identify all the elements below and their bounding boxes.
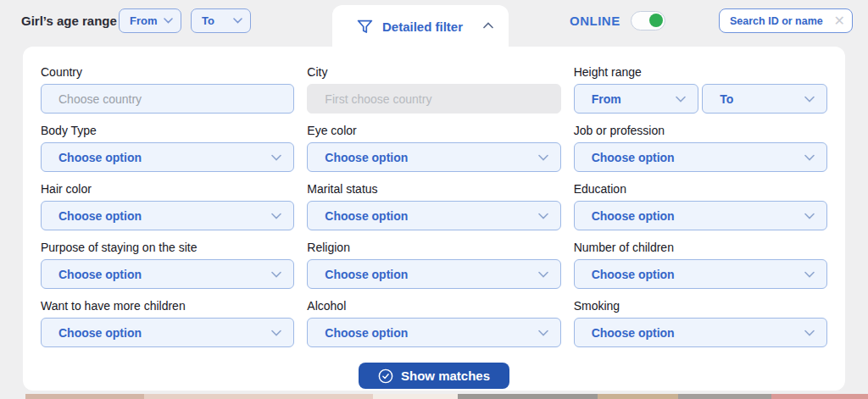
field-label: Alcohol (307, 298, 560, 313)
height-from-select[interactable]: From (574, 84, 699, 114)
field-hair-color: Hair color Choose option (41, 181, 294, 230)
chevron-down-icon (271, 271, 281, 278)
city-input (308, 85, 559, 113)
field-alcohol: Alcohol Choose option (307, 298, 560, 347)
detailed-filter-tab[interactable]: Detailed filter (332, 5, 509, 47)
job-select[interactable]: Choose option (574, 142, 827, 172)
toggle-knob (649, 14, 663, 27)
height-to-value: To (720, 92, 733, 106)
field-label: Number of children (574, 240, 827, 255)
photo-strip (25, 394, 868, 399)
select-value: Choose option (58, 209, 142, 223)
chevron-down-icon (538, 330, 548, 336)
select-value: Choose option (592, 151, 675, 164)
field-job: Job or profession Choose option (574, 123, 827, 172)
chevron-down-icon (538, 271, 548, 278)
chevron-down-icon (271, 330, 281, 336)
chevron-down-icon (676, 96, 686, 103)
eye-color-select[interactable]: Choose option (307, 142, 560, 172)
search-box[interactable]: ✕ (719, 8, 853, 33)
body-type-select[interactable]: Choose option (41, 142, 294, 172)
select-value: Choose option (325, 268, 408, 281)
show-matches-label: Show matches (401, 369, 490, 383)
chevron-down-icon (538, 154, 548, 161)
field-label: Height range (574, 64, 827, 80)
country-input-wrap[interactable] (41, 84, 294, 114)
field-education: Education Choose option (574, 181, 827, 230)
education-select[interactable]: Choose option (574, 201, 827, 230)
smoking-select[interactable]: Choose option (574, 318, 827, 347)
field-label: City (307, 64, 560, 80)
age-range-label: Girl’s age range (21, 14, 117, 28)
field-eye-color: Eye color Choose option (307, 123, 560, 172)
online-filter[interactable]: ONLINE (570, 11, 665, 30)
field-country: Country (41, 64, 294, 114)
city-input-wrap (307, 84, 560, 114)
filter-grid: Country City Height range From To (41, 64, 827, 347)
field-label: Want to have more children (41, 298, 294, 313)
chevron-down-icon (164, 18, 173, 24)
online-label: ONLINE (570, 14, 620, 28)
field-purpose: Purpose of staying on the site Choose op… (41, 240, 294, 289)
chevron-down-icon (804, 96, 815, 103)
field-label: Purpose of staying on the site (41, 240, 294, 255)
field-label: Marital status (307, 181, 560, 197)
select-value: Choose option (592, 268, 675, 281)
clear-search-icon[interactable]: ✕ (829, 14, 845, 28)
age-to-value: To (202, 14, 214, 27)
chevron-down-icon (233, 18, 242, 24)
chevron-down-icon (538, 213, 548, 219)
field-label: Hair color (41, 181, 294, 197)
field-label: Smoking (574, 298, 827, 313)
select-value: Choose option (325, 209, 408, 223)
chevron-down-icon (804, 271, 815, 278)
age-from-select[interactable]: From (119, 8, 181, 33)
chevron-down-icon (804, 154, 815, 161)
select-value: Choose option (58, 151, 142, 164)
select-value: Choose option (325, 151, 408, 164)
field-smoking: Smoking Choose option (574, 298, 827, 347)
select-value: Choose option (592, 326, 675, 340)
field-label: Education (574, 181, 827, 197)
field-label: Eye color (307, 123, 560, 138)
country-input[interactable] (42, 85, 293, 113)
height-to-select[interactable]: To (702, 84, 827, 114)
detailed-filter-panel: Country City Height range From To (23, 47, 845, 391)
show-matches-button[interactable]: Show matches (359, 363, 509, 389)
chevron-down-icon (804, 330, 815, 336)
select-value: Choose option (592, 209, 675, 223)
hair-color-select[interactable]: Choose option (41, 201, 294, 230)
age-from-value: From (130, 14, 158, 27)
field-city: City (307, 64, 560, 114)
more-children-select[interactable]: Choose option (41, 318, 294, 347)
field-number-of-children: Number of children Choose option (574, 240, 827, 289)
online-toggle[interactable] (631, 11, 665, 30)
purpose-select[interactable]: Choose option (41, 259, 294, 289)
alcohol-select[interactable]: Choose option (307, 318, 560, 347)
select-value: Choose option (58, 268, 142, 281)
detailed-filter-label: Detailed filter (382, 19, 463, 34)
marital-status-select[interactable]: Choose option (307, 201, 560, 230)
chevron-down-icon (271, 213, 281, 219)
age-to-select[interactable]: To (191, 8, 251, 33)
field-marital-status: Marital status Choose option (307, 181, 560, 230)
chevron-down-icon (271, 154, 281, 161)
select-value: Choose option (58, 326, 142, 340)
select-value: Choose option (325, 326, 408, 340)
check-circle-icon (378, 369, 393, 384)
field-body-type: Body Type Choose option (41, 123, 294, 172)
field-label: Country (41, 64, 294, 80)
chevron-down-icon (804, 213, 815, 219)
field-label: Religion (307, 240, 560, 255)
religion-select[interactable]: Choose option (307, 259, 560, 289)
number-of-children-select[interactable]: Choose option (574, 259, 827, 289)
funnel-icon (356, 18, 374, 36)
height-from-value: From (592, 92, 621, 106)
chevron-up-icon[interactable] (483, 22, 493, 29)
field-religion: Religion Choose option (307, 240, 560, 289)
field-label: Job or profession (574, 123, 827, 138)
field-height-range: Height range From To (574, 64, 827, 114)
field-more-children: Want to have more children Choose option (41, 298, 294, 347)
search-input[interactable] (730, 15, 829, 27)
field-label: Body Type (41, 123, 294, 138)
